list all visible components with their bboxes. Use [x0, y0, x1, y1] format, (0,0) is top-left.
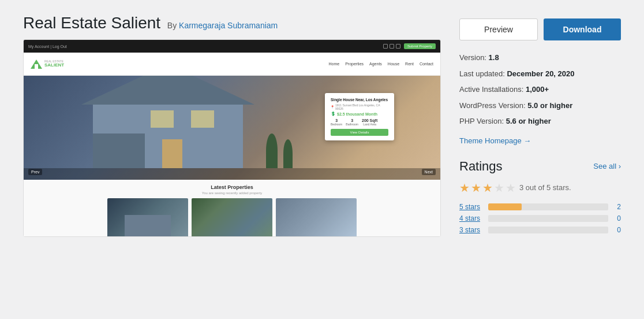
rating-bar-count: 0: [613, 226, 621, 234]
stars-row: ★ ★ ★ ★ ★ 3 out of 5 stars.: [459, 181, 621, 195]
active-installs-row: Active Installations: 1,000+: [459, 84, 621, 95]
author-link[interactable]: Karmegaraja Subramaniam: [179, 21, 278, 30]
mock-nav-links: Home Properties Agents House Rent Contac…: [328, 62, 433, 66]
rating-bar-count: 2: [613, 203, 621, 211]
rating-bar-track: [488, 215, 608, 222]
sidebar: Preview Download Version: 1.8 Last updat…: [459, 14, 621, 305]
ratings-title: Ratings: [459, 159, 503, 174]
mock-account-text: My Account | Log Out: [28, 44, 67, 49]
ratings-header: Ratings See all ›: [459, 159, 621, 174]
mock-submit-btn: Submit Property: [404, 43, 436, 49]
mock-latest-title: Latest Properties: [28, 184, 436, 190]
by-text: By Karmegaraja Subramaniam: [165, 21, 278, 30]
rating-bar-label[interactable]: 3 stars: [459, 226, 484, 234]
star-3: ★: [482, 181, 493, 195]
ratings-section: Ratings See all › ★ ★ ★ ★ ★ 3 out of 5 s…: [459, 159, 621, 234]
rating-bar-label[interactable]: 4 stars: [459, 214, 484, 222]
star-5: ★: [506, 181, 516, 195]
mock-hero: Single House Near, Los Angeles 📍 1911 Su…: [24, 76, 440, 180]
version-row: Version: 1.8: [459, 52, 621, 64]
rating-bar-label[interactable]: 5 stars: [459, 203, 484, 211]
mock-latest-section: Latest Properties You are seeing recentl…: [24, 180, 440, 236]
mock-social-icons: [383, 44, 400, 49]
php-version-row: PHP Version: 5.6 or higher: [459, 116, 621, 127]
prop-card-address: 📍 1911 Sunset Blvd Los Angeles, CA 90026: [331, 103, 388, 110]
rating-bar-track: [488, 203, 608, 210]
prop-card-details: 3 Bedroom 3 Bathroom 200 Sqft Land Area: [331, 118, 388, 126]
action-buttons: Preview Download: [459, 18, 621, 40]
rating-bar-row: 5 stars2: [459, 203, 621, 211]
rating-bar-count: 0: [613, 214, 621, 222]
mock-hero-prev: Prev: [28, 169, 42, 175]
rating-bar-row: 3 stars0: [459, 226, 621, 234]
preview-button[interactable]: Preview: [459, 18, 538, 40]
prop-card-title: Single House Near, Los Angeles: [331, 98, 388, 102]
mock-properties-grid: [28, 198, 436, 236]
theme-preview-area: My Account | Log Out Submit Property: [23, 39, 441, 237]
mock-property-card: Single House Near, Los Angeles 📍 1911 Su…: [325, 93, 394, 140]
theme-homepage-link[interactable]: Theme Homepage →: [459, 136, 621, 145]
stars-display: ★ ★ ★ ★ ★: [459, 181, 516, 195]
rating-bar-track: [488, 227, 608, 233]
rating-bar-row: 4 stars0: [459, 214, 621, 222]
mock-topbar: My Account | Log Out Submit Property: [24, 40, 440, 53]
download-button[interactable]: Download: [544, 18, 621, 40]
mock-latest-subtitle: You are seeing recently added property: [28, 191, 436, 195]
mock-logo-icon: [31, 58, 42, 70]
star-4: ★: [494, 181, 504, 195]
mock-logo: REAL ESTATE SALIENT: [31, 58, 64, 70]
prop-card-price: 💲 $2.5 thousand Month: [331, 112, 388, 116]
mock-logo-text: SALIENT: [44, 63, 64, 68]
mock-nav: REAL ESTATE SALIENT Home Properties Agen…: [24, 53, 440, 76]
prop-card-view-btn: View Details: [331, 129, 388, 136]
star-2: ★: [471, 181, 481, 195]
mock-prop-thumb-3: [276, 198, 357, 236]
stars-label: 3 out of 5 stars.: [519, 183, 571, 192]
mock-hero-next: Next: [422, 169, 436, 175]
star-1: ★: [459, 181, 470, 195]
rating-bars: 5 stars24 stars03 stars0: [459, 203, 621, 234]
wp-version-row: WordPress Version: 5.0 or higher: [459, 100, 621, 112]
svg-rect-1: [35, 64, 38, 69]
mock-site: My Account | Log Out Submit Property: [24, 40, 440, 236]
theme-name: Real Estate Salient: [23, 14, 160, 32]
last-updated-row: Last updated: December 20, 2020: [459, 68, 621, 80]
meta-table: Version: 1.8 Last updated: December 20, …: [459, 52, 621, 127]
theme-title: Real Estate Salient By Karmegaraja Subra…: [23, 14, 441, 32]
see-all-link[interactable]: See all ›: [593, 162, 621, 170]
mock-prop-thumb-1: [107, 198, 188, 236]
rating-bar-fill: [488, 203, 522, 210]
mock-prop-thumb-2: [192, 198, 272, 236]
